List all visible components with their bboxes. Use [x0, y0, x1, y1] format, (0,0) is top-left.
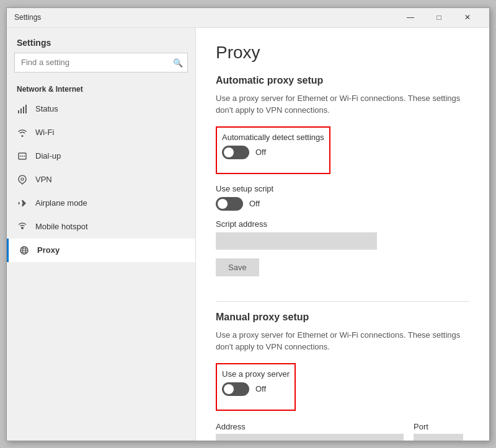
svg-point-5: [20, 156, 21, 157]
sidebar-item-airplane-label: Airplane mode: [35, 198, 87, 208]
content-area: Settings 🔍 Network & Internet Status: [7, 28, 489, 441]
sidebar-item-proxy[interactable]: Proxy: [7, 239, 195, 262]
use-proxy-state: Off: [255, 384, 266, 393]
window-title: Settings: [14, 13, 41, 22]
wifi-icon: [17, 127, 28, 138]
use-proxy-label: Use a proxy server: [222, 369, 290, 379]
search-box: 🔍: [14, 53, 188, 72]
vpn-icon: [17, 174, 28, 185]
title-bar: Settings — □ ✕: [7, 8, 489, 28]
auto-detect-label: Automatically detect settings: [222, 133, 324, 142]
use-proxy-toggle[interactable]: [222, 382, 249, 396]
sidebar-item-vpn-label: VPN: [35, 175, 52, 184]
page-title: Proxy: [216, 43, 469, 63]
port-column: Port: [414, 422, 469, 441]
port-label: Port: [414, 422, 469, 431]
settings-window: Settings — □ ✕ Settings 🔍 Network & Inte…: [6, 7, 490, 441]
hotspot-icon: [17, 221, 28, 232]
maximize-button[interactable]: □: [425, 7, 453, 27]
script-address-label: Script address: [216, 219, 469, 229]
use-proxy-thumb: [224, 384, 234, 394]
automatic-section-title: Automatic proxy setup: [216, 75, 469, 86]
auto-detect-state: Off: [255, 147, 266, 157]
sidebar-item-dialup[interactable]: Dial-up: [7, 144, 195, 168]
svg-point-6: [22, 156, 23, 157]
address-input[interactable]: [216, 434, 404, 441]
svg-rect-2: [23, 107, 24, 113]
main-panel: Proxy Automatic proxy setup Use a proxy …: [196, 28, 489, 441]
script-address-setting: Script address: [216, 219, 469, 250]
setup-script-thumb: [218, 199, 228, 209]
airplane-icon: [17, 198, 28, 209]
svg-point-7: [24, 156, 25, 157]
search-icon: 🔍: [173, 58, 183, 67]
use-proxy-setting: Use a proxy server Off: [222, 369, 290, 396]
setup-script-state: Off: [249, 199, 260, 208]
window-controls: — □ ✕: [396, 7, 482, 27]
svg-rect-3: [25, 105, 27, 113]
sidebar-item-status[interactable]: Status: [7, 97, 195, 121]
sidebar-item-dialup-label: Dial-up: [35, 151, 61, 160]
section-label: Network & Internet: [7, 80, 195, 97]
auto-detect-setting: Automatically detect settings Off: [222, 133, 324, 159]
svg-rect-0: [18, 110, 19, 113]
dialup-icon: [17, 151, 28, 162]
sidebar-item-hotspot[interactable]: Mobile hotspot: [7, 215, 195, 239]
setup-script-track: [216, 197, 243, 211]
search-input[interactable]: [14, 53, 188, 72]
auto-detect-thumb: [224, 147, 234, 157]
use-proxy-toggle-row: Off: [222, 382, 290, 396]
auto-detect-highlight: Automatically detect settings Off: [216, 126, 330, 174]
sidebar-item-hotspot-label: Mobile hotspot: [35, 222, 88, 231]
auto-detect-toggle[interactable]: [222, 146, 249, 159]
setup-script-toggle-row: Off: [216, 197, 469, 211]
manual-section-title: Manual proxy setup: [216, 312, 469, 323]
sidebar-item-airplane[interactable]: Airplane mode: [7, 191, 195, 215]
save-button[interactable]: Save: [216, 258, 259, 276]
script-address-input[interactable]: [216, 232, 377, 250]
manual-section-description: Use a proxy server for Ethernet or Wi-Fi…: [216, 329, 469, 353]
status-icon: [17, 103, 28, 115]
setup-script-setting: Use setup script Off: [216, 184, 469, 211]
automatic-proxy-section: Automatic proxy setup Use a proxy server…: [216, 75, 469, 291]
sidebar-item-status-label: Status: [35, 104, 58, 113]
manual-proxy-section: Manual proxy setup Use a proxy server fo…: [216, 312, 469, 441]
svg-point-8: [21, 178, 24, 180]
setup-script-label: Use setup script: [216, 184, 469, 193]
address-port-row: Address Port: [216, 422, 469, 441]
use-proxy-track: [222, 382, 249, 396]
proxy-icon: [19, 245, 30, 256]
sidebar-title: Settings: [7, 28, 195, 53]
auto-detect-toggle-row: Off: [222, 146, 324, 159]
sidebar-item-wifi[interactable]: Wi-Fi: [7, 121, 195, 144]
sidebar-item-vpn[interactable]: VPN: [7, 168, 195, 191]
svg-point-9: [21, 227, 24, 229]
section-divider: [216, 301, 469, 302]
close-button[interactable]: ✕: [453, 7, 482, 27]
svg-rect-1: [20, 108, 22, 113]
address-label: Address: [216, 422, 404, 431]
automatic-section-description: Use a proxy server for Ethernet or Wi-Fi…: [216, 92, 469, 116]
setup-script-toggle[interactable]: [216, 197, 243, 211]
sidebar-item-proxy-label: Proxy: [37, 245, 60, 255]
auto-detect-track: [222, 146, 249, 159]
sidebar-item-wifi-label: Wi-Fi: [35, 128, 54, 137]
use-proxy-highlight: Use a proxy server Off: [216, 363, 296, 411]
address-column: Address: [216, 422, 404, 441]
minimize-button[interactable]: —: [396, 7, 425, 27]
port-input[interactable]: [414, 434, 463, 441]
sidebar: Settings 🔍 Network & Internet Status: [7, 28, 196, 441]
